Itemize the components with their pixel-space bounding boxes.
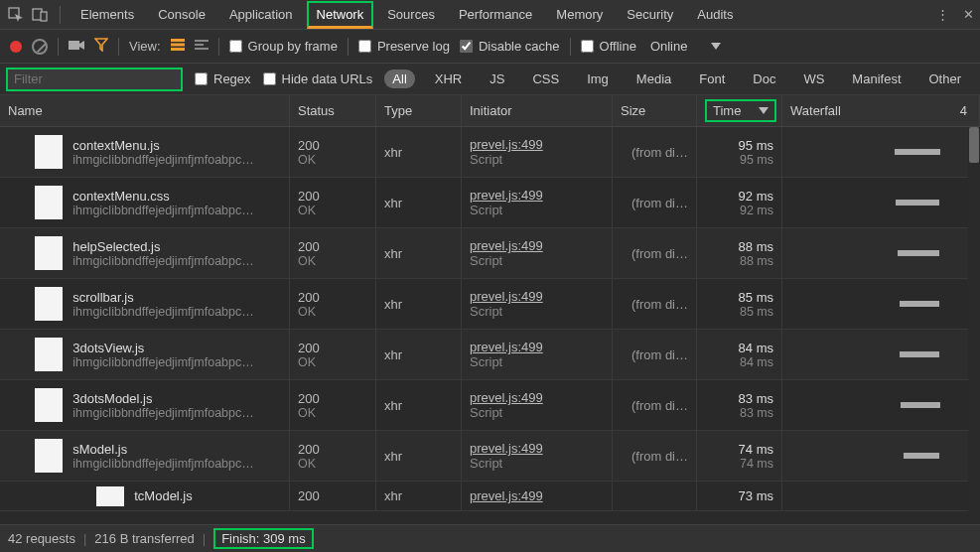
initiator-type: Script [470, 354, 604, 369]
initiator-link[interactable]: prevel.js:499 [470, 340, 604, 354]
request-path: ihmgiclibbndffejedjimfjmfoabpc… [72, 457, 254, 471]
device-toggle-icon[interactable] [30, 5, 50, 25]
header-initiator[interactable]: Initiator [462, 95, 613, 126]
separator [570, 38, 571, 56]
time-latency: 74 ms [740, 457, 773, 471]
large-rows-icon[interactable] [171, 39, 185, 54]
offline-checkbox[interactable]: Offline [581, 39, 636, 54]
scrollbar[interactable] [968, 127, 980, 524]
initiator-link[interactable]: prevel.js:499 [470, 488, 604, 503]
close-icon[interactable]: ✕ [963, 7, 974, 22]
file-icon [35, 439, 63, 473]
status-code: 200 [298, 341, 367, 355]
initiator-link[interactable]: prevel.js:499 [470, 188, 604, 203]
time-total: 85 ms [739, 290, 773, 305]
request-size: (from di… [613, 178, 697, 227]
initiator-link[interactable]: prevel.js:499 [470, 289, 604, 304]
request-name: tcModel.js [134, 488, 193, 503]
filter-type-js[interactable]: JS [482, 69, 512, 88]
request-size: (from di… [613, 380, 697, 430]
preserve-log-checkbox[interactable]: Preserve log [358, 39, 450, 54]
tab-console[interactable]: Console [148, 1, 215, 28]
status-code: 200 [298, 290, 367, 305]
initiator-link[interactable]: prevel.js:499 [470, 238, 604, 253]
table-row[interactable]: contextMenu.cssihmgiclibbndffejedjimfjmf… [0, 178, 980, 228]
filter-type-img[interactable]: Img [579, 69, 617, 88]
tab-application[interactable]: Application [219, 1, 303, 28]
filter-type-other[interactable]: Other [921, 69, 970, 88]
inspect-icon[interactable] [6, 5, 26, 25]
hide-data-urls-checkbox[interactable]: Hide data URLs [263, 71, 373, 86]
regex-checkbox[interactable]: Regex [195, 71, 251, 86]
small-rows-icon[interactable] [195, 39, 209, 54]
scrollbar-thumb[interactable] [969, 127, 979, 163]
throttling-select[interactable]: Online [650, 39, 688, 54]
svg-rect-9 [195, 48, 209, 50]
request-type: xhr [376, 330, 462, 379]
initiator-link[interactable]: prevel.js:499 [470, 137, 604, 152]
clear-icon[interactable] [32, 39, 48, 55]
table-row[interactable]: sModel.jsihmgiclibbndffejedjimfjmfoabpc…… [0, 431, 980, 482]
filter-type-media[interactable]: Media [629, 69, 679, 88]
svg-rect-3 [69, 41, 79, 50]
svg-rect-5 [171, 44, 185, 47]
disable-cache-checkbox[interactable]: Disable cache [460, 39, 560, 54]
table-row[interactable]: helpSelected.jsihmgiclibbndffejedjimfjmf… [0, 228, 980, 279]
network-filter-bar: Regex Hide data URLs All XHR JS CSS Img … [0, 64, 980, 95]
initiator-link[interactable]: prevel.js:499 [470, 441, 604, 456]
header-name[interactable]: Name [0, 95, 290, 126]
header-status[interactable]: Status [290, 95, 376, 126]
time-total: 92 ms [739, 189, 773, 204]
separator: | [203, 531, 206, 546]
file-icon [35, 338, 63, 371]
group-by-frame-checkbox[interactable]: Group by frame [229, 39, 338, 54]
tab-security[interactable]: Security [617, 1, 683, 28]
request-size: (from di… [613, 279, 697, 329]
request-name: sModel.js [72, 442, 254, 457]
svg-rect-7 [195, 40, 209, 42]
table-row[interactable]: scrollbar.jsihmgiclibbndffejedjimfjmfoab… [0, 279, 980, 330]
initiator-type: Script [470, 405, 604, 420]
svg-rect-2 [41, 12, 47, 21]
tab-memory[interactable]: Memory [546, 1, 613, 28]
request-type: xhr [376, 178, 462, 227]
file-icon [35, 135, 63, 169]
tab-performance[interactable]: Performance [449, 1, 542, 28]
table-row[interactable]: 3dotsModel.jsihmgiclibbndffejedjimfjmfoa… [0, 380, 980, 431]
initiator-type: Script [470, 152, 604, 167]
kebab-menu-icon[interactable]: ⋮ [936, 7, 949, 22]
time-latency: 92 ms [740, 204, 773, 217]
view-label: View: [129, 39, 161, 54]
record-icon[interactable] [10, 41, 22, 53]
tab-audits[interactable]: Audits [687, 1, 743, 28]
devtools-tabbar: Elements Console Application Network Sou… [0, 0, 980, 30]
filter-input[interactable] [6, 68, 183, 91]
header-time[interactable]: Time [697, 95, 782, 126]
table-row[interactable]: 3dotsView.jsihmgiclibbndffejedjimfjmfoab… [0, 330, 980, 380]
request-type: xhr [376, 127, 462, 177]
tab-network[interactable]: Network [307, 1, 374, 29]
header-size[interactable]: Size [613, 95, 697, 126]
filter-icon[interactable] [94, 38, 108, 55]
filter-type-css[interactable]: CSS [524, 69, 567, 88]
screenshot-icon[interactable] [69, 39, 84, 54]
time-total: 88 ms [739, 239, 773, 254]
tab-sources[interactable]: Sources [377, 1, 445, 28]
filter-type-all[interactable]: All [384, 69, 414, 88]
filter-type-ws[interactable]: WS [795, 69, 832, 88]
filter-type-manifest[interactable]: Manifest [844, 69, 909, 88]
table-row[interactable]: tcModel.js200xhrprevel.js:49973 ms [0, 482, 980, 511]
filter-type-xhr[interactable]: XHR [427, 69, 470, 88]
waterfall-bar [898, 250, 939, 256]
filter-type-doc[interactable]: Doc [745, 69, 783, 88]
table-row[interactable]: contextMenu.jsihmgiclibbndffejedjimfjmfo… [0, 127, 980, 178]
chevron-down-icon[interactable] [711, 43, 721, 50]
filter-type-font[interactable]: Font [691, 69, 733, 88]
header-type[interactable]: Type [376, 95, 462, 126]
header-waterfall[interactable]: Waterfall 4 [782, 95, 980, 126]
request-path: ihmgiclibbndffejedjimfjmfoabpc… [72, 254, 254, 268]
request-name: scrollbar.js [72, 290, 254, 305]
initiator-link[interactable]: prevel.js:499 [470, 390, 604, 405]
waterfall-bar [900, 301, 939, 307]
tab-elements[interactable]: Elements [70, 1, 144, 28]
